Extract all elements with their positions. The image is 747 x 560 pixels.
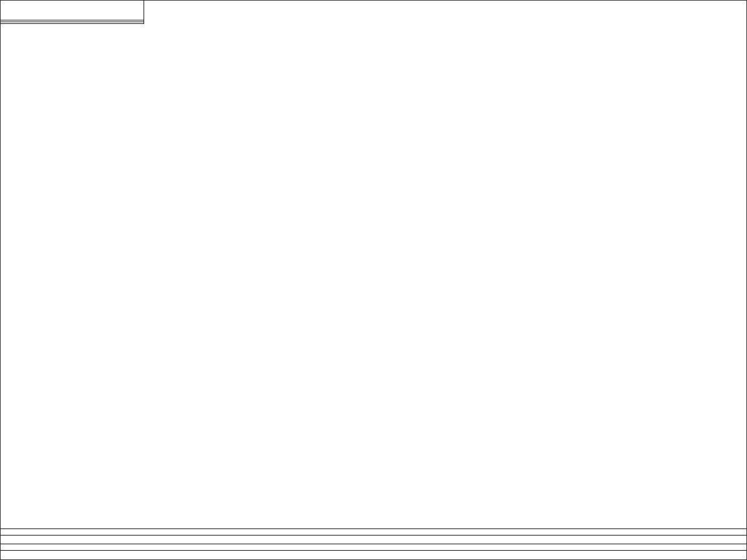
snow-scale-bar xyxy=(1,528,747,536)
rain-scale-bar xyxy=(1,544,747,551)
snow-scale-labels xyxy=(1,536,747,544)
valid-time xyxy=(1,22,144,23)
rain-scale-labels xyxy=(1,551,747,559)
weather-map-page xyxy=(0,0,747,560)
map-title-box xyxy=(1,1,144,24)
color-scales xyxy=(1,528,747,559)
weather-map xyxy=(1,1,747,528)
map-title-text xyxy=(1,1,144,20)
